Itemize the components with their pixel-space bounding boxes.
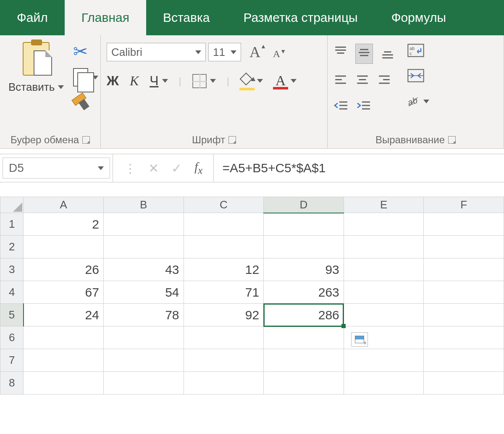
row-header[interactable]: 1	[0, 213, 24, 236]
cell[interactable]	[264, 213, 344, 236]
cell[interactable]: 286	[264, 304, 344, 326]
tab-insert[interactable]: Вставка	[146, 0, 227, 35]
cancel-formula-button[interactable]: ✕	[148, 161, 159, 176]
cell[interactable]	[424, 236, 504, 258]
cell[interactable]	[424, 281, 504, 304]
dialog-launcher-icon[interactable]	[82, 136, 90, 144]
increase-indent-button[interactable]	[356, 99, 371, 114]
row-header[interactable]: 8	[0, 372, 24, 395]
column-header[interactable]: E	[344, 197, 424, 213]
row-header[interactable]: 7	[0, 349, 24, 372]
copy-button[interactable]	[73, 68, 98, 87]
cell[interactable]	[344, 236, 424, 258]
cell[interactable]	[103, 213, 184, 236]
font-color-button[interactable]: А	[274, 74, 297, 89]
column-header[interactable]: B	[103, 197, 184, 213]
row-header[interactable]: 2	[0, 236, 24, 258]
cell[interactable]	[264, 326, 344, 349]
cell[interactable]: 92	[184, 304, 264, 326]
formula-input[interactable]: =A5+B5+C5*$A$1	[213, 154, 504, 182]
column-header[interactable]: A	[24, 197, 104, 213]
align-middle-button[interactable]	[355, 44, 373, 64]
dialog-launcher-icon[interactable]	[448, 136, 456, 144]
formula-more-button[interactable]: ⋮	[124, 161, 136, 176]
insert-function-button[interactable]: fx	[194, 160, 202, 176]
align-right-button[interactable]	[377, 73, 391, 90]
tab-home[interactable]: Главная	[65, 0, 146, 35]
cell[interactable]	[184, 236, 264, 258]
chevron-down-icon[interactable]	[58, 85, 64, 89]
cell[interactable]	[344, 349, 424, 372]
column-header[interactable]: D	[264, 197, 344, 213]
cell[interactable]	[424, 304, 504, 326]
cell[interactable]	[184, 349, 264, 372]
row-header[interactable]: 4	[0, 281, 24, 304]
cell[interactable]: 12	[184, 258, 264, 281]
cell[interactable]: 2	[24, 213, 104, 236]
autofill-options-button[interactable]: +	[351, 332, 368, 347]
cell[interactable]: 78	[103, 304, 184, 326]
tab-formulas[interactable]: Формулы	[375, 0, 463, 35]
cell[interactable]	[103, 372, 184, 395]
cell[interactable]	[184, 213, 264, 236]
select-all-corner[interactable]	[0, 197, 24, 213]
cell[interactable]: 24	[24, 304, 104, 326]
cell[interactable]	[424, 372, 504, 395]
row-header[interactable]: 6	[0, 326, 24, 349]
format-painter-button[interactable]	[73, 94, 98, 109]
column-header[interactable]: F	[424, 197, 504, 213]
cell[interactable]	[103, 326, 184, 349]
cell[interactable]	[424, 326, 504, 349]
cell[interactable]	[264, 236, 344, 258]
cell[interactable]: 263	[264, 281, 344, 304]
font-name-combo[interactable]: Calibri	[107, 43, 206, 61]
cell[interactable]: 26	[24, 258, 104, 281]
cell[interactable]: 93	[264, 258, 344, 281]
bold-button[interactable]: Ж	[107, 73, 119, 89]
cell[interactable]: 43	[103, 258, 184, 281]
cell[interactable]	[264, 349, 344, 372]
italic-button[interactable]: К	[130, 73, 139, 89]
cell[interactable]	[344, 281, 424, 304]
paste-button[interactable]: Вставить	[6, 39, 66, 94]
cell[interactable]: 67	[24, 281, 104, 304]
increase-font-button[interactable]: A▲	[249, 43, 266, 61]
cell[interactable]	[344, 304, 424, 326]
cut-button[interactable]: ✂	[73, 43, 98, 60]
cell[interactable]	[424, 349, 504, 372]
cell[interactable]	[24, 236, 104, 258]
cell[interactable]	[264, 372, 344, 395]
cell[interactable]: 71	[184, 281, 264, 304]
merge-center-button[interactable]	[407, 69, 429, 85]
dialog-launcher-icon[interactable]	[228, 136, 236, 144]
cell[interactable]	[24, 372, 104, 395]
row-header[interactable]: 5	[0, 304, 24, 326]
name-box[interactable]: D5	[3, 158, 110, 179]
cell[interactable]: 54	[103, 281, 184, 304]
accept-formula-button[interactable]: ✓	[171, 161, 182, 176]
font-size-combo[interactable]: 11	[208, 43, 241, 61]
align-left-button[interactable]	[333, 73, 348, 90]
align-top-button[interactable]	[333, 45, 348, 62]
cell[interactable]	[103, 236, 184, 258]
cell[interactable]	[424, 258, 504, 281]
align-bottom-button[interactable]	[381, 45, 395, 62]
column-header[interactable]: C	[184, 197, 264, 213]
underline-button[interactable]: Ч	[150, 73, 168, 89]
orientation-button[interactable]: ab	[407, 94, 429, 108]
cell[interactable]	[24, 349, 104, 372]
cell[interactable]	[344, 372, 424, 395]
align-center-button[interactable]	[355, 73, 370, 90]
decrease-font-button[interactable]: A▼	[273, 48, 286, 60]
cell[interactable]	[184, 372, 264, 395]
cell[interactable]	[344, 258, 424, 281]
wrap-text-button[interactable]: abc	[407, 44, 429, 60]
tab-page-layout[interactable]: Разметка страницы	[226, 0, 374, 35]
fill-color-button[interactable]	[240, 74, 263, 88]
borders-button[interactable]	[192, 74, 216, 88]
row-header[interactable]: 3	[0, 258, 24, 281]
decrease-indent-button[interactable]	[333, 99, 349, 114]
cell[interactable]	[184, 326, 264, 349]
cell[interactable]	[424, 213, 504, 236]
cell[interactable]	[344, 213, 424, 236]
